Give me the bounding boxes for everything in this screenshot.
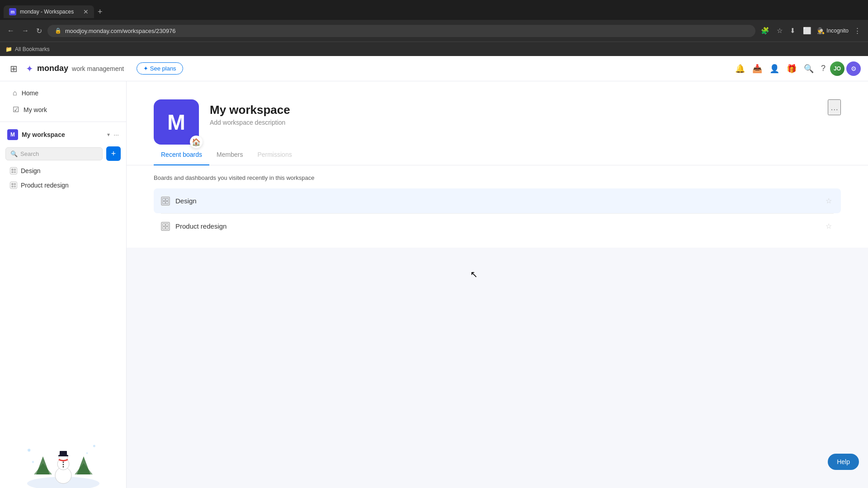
download-icon[interactable]: ⬇	[788, 25, 797, 37]
bookmarks-bar: 📁 All Bookmarks	[0, 42, 868, 56]
nav-action-icons: 🧩 ☆ ⬇ ⬜ 🕵 Incognito ⋮	[759, 25, 863, 37]
sidebar-board-product-redesign[interactable]: Product redesign	[3, 178, 123, 192]
back-button[interactable]: ←	[5, 25, 16, 37]
board-grid-icon-2	[162, 223, 169, 230]
sidebar-item-my-work[interactable]: ☑ My work	[4, 102, 123, 117]
sidebar-search-icon: 🔍	[10, 150, 18, 157]
add-board-button[interactable]: +	[106, 146, 121, 161]
incognito-icon: 🕵	[817, 27, 825, 34]
browser-menu-icon[interactable]: ⋮	[852, 25, 863, 37]
browser-chrome: m monday - Workspaces ✕ + ← → ↻ 🔒 moodjo…	[0, 0, 868, 56]
design-star-button[interactable]: ☆	[824, 195, 834, 207]
svg-rect-13	[60, 451, 67, 455]
sidebar: ⌂ Home ☑ My work M My workspace ▾ ··· 🔍 …	[0, 81, 127, 488]
svg-rect-21	[163, 202, 165, 204]
board-design-label: Design	[21, 167, 41, 174]
sidebar-decoration: ❄ ❄ ❄ ❄	[0, 434, 126, 488]
search-button[interactable]: 🔍	[801, 61, 816, 76]
browser-tab-active[interactable]: m monday - Workspaces ✕	[4, 5, 94, 18]
workspace-info: My workspace Add workspace description	[210, 99, 817, 126]
address-bar[interactable]: 🔒 moodjoy.monday.com/workspaces/230976	[47, 25, 755, 37]
tab-members[interactable]: Members	[209, 145, 250, 165]
svg-point-10	[62, 462, 64, 463]
settings-button[interactable]: ⚙	[846, 61, 861, 76]
forward-button[interactable]: →	[20, 25, 31, 37]
svg-rect-20	[166, 198, 168, 201]
my-work-label: My work	[24, 106, 47, 113]
workspace-hero: M 🏠 My workspace Add workspace descripti…	[127, 81, 868, 145]
svg-rect-14	[58, 455, 68, 456]
workspace-home-icon: 🏠	[190, 136, 203, 148]
profile-icon[interactable]: ⬜	[801, 25, 813, 37]
inbox-button[interactable]: 📥	[750, 61, 765, 76]
logo-area: ✦ monday work management	[26, 63, 124, 74]
board-grid-icon	[162, 198, 169, 204]
design-board-name: Design	[175, 197, 818, 205]
product-redesign-board-icon	[161, 222, 170, 231]
product-redesign-board-name: Product redesign	[175, 222, 818, 230]
integrations-button[interactable]: 🎁	[784, 61, 799, 76]
my-work-icon: ☑	[13, 105, 19, 114]
svg-rect-26	[166, 227, 168, 229]
board-row-design[interactable]: Design ☆	[154, 188, 841, 213]
svg-text:❄: ❄	[27, 448, 31, 453]
sidebar-board-design[interactable]: Design	[3, 164, 123, 178]
see-plans-button[interactable]: ✦ See plans	[137, 62, 183, 75]
logo-icon: ✦	[26, 63, 33, 74]
tab-title: monday - Workspaces	[20, 9, 80, 15]
sidebar-search-row: 🔍 Search +	[0, 144, 126, 164]
home-icon: ⌂	[13, 89, 17, 97]
svg-rect-22	[166, 202, 168, 204]
home-label: Home	[22, 89, 38, 97]
sidebar-search-placeholder: Search	[20, 150, 39, 157]
sidebar-search-field[interactable]: 🔍 Search	[5, 147, 103, 160]
svg-rect-25	[163, 227, 165, 229]
help-button[interactable]: ?	[818, 61, 828, 76]
tab-favicon: m	[9, 8, 16, 15]
board-product-redesign-label: Product redesign	[21, 182, 69, 189]
svg-point-11	[62, 464, 64, 465]
svg-text:❄: ❄	[86, 452, 88, 455]
workspace-avatar: M	[7, 129, 18, 140]
app-body: ⌂ Home ☑ My work M My workspace ▾ ··· 🔍 …	[0, 81, 868, 488]
new-tab-button[interactable]: +	[94, 7, 106, 17]
user-avatar[interactable]: JO	[830, 61, 844, 76]
svg-marker-2	[34, 463, 52, 474]
workspace-name-label: My workspace	[22, 131, 104, 138]
tab-permissions: Permissions	[250, 145, 299, 165]
workspace-chevron-icon[interactable]: ▾	[107, 131, 110, 138]
logo-wm: work management	[72, 65, 124, 72]
invite-members-button[interactable]: 👤	[767, 61, 782, 76]
svg-text:❄: ❄	[93, 444, 96, 448]
bookmarks-label[interactable]: All Bookmarks	[15, 46, 50, 52]
product-redesign-star-button[interactable]: ☆	[824, 220, 834, 232]
browser-tabs-bar: m monday - Workspaces ✕ +	[0, 0, 868, 20]
workspace-more-button[interactable]: ...	[828, 99, 841, 115]
workspace-more-icon[interactable]: ···	[113, 131, 119, 138]
logo-monday: monday	[37, 64, 68, 73]
workspace-hero-inner: M 🏠 My workspace Add workspace descripti…	[154, 99, 841, 145]
board-row-product-redesign[interactable]: Product redesign ☆	[154, 214, 841, 239]
design-board-icon	[161, 197, 170, 206]
refresh-button[interactable]: ↻	[34, 25, 44, 37]
snowman-svg: ❄ ❄ ❄ ❄	[23, 438, 104, 488]
app-header: ⊞ ✦ monday work management ✦ See plans 🔔…	[0, 56, 868, 81]
app-container: ⊞ ✦ monday work management ✦ See plans 🔔…	[0, 56, 868, 488]
workspace-description[interactable]: Add workspace description	[210, 119, 817, 126]
sidebar-item-home[interactable]: ⌂ Home	[4, 85, 123, 101]
workspace-header: M My workspace ▾ ···	[0, 126, 126, 144]
header-icons: 🔔 📥 👤 🎁 🔍 ? JO ⚙	[732, 61, 861, 76]
extensions-icon[interactable]: 🧩	[759, 25, 771, 37]
board-table-icon	[10, 167, 17, 174]
notifications-button[interactable]: 🔔	[732, 61, 748, 76]
apps-grid-button[interactable]: ⊞	[7, 61, 20, 77]
tab-recent-boards[interactable]: Recent boards	[154, 145, 209, 165]
help-floating-button[interactable]: Help	[828, 454, 859, 470]
tab-close-button[interactable]: ✕	[83, 8, 89, 15]
svg-marker-4	[75, 463, 93, 474]
bookmarks-folder-icon: 📁	[5, 46, 12, 52]
sidebar-divider	[0, 122, 126, 122]
bookmark-star-icon[interactable]: ☆	[775, 25, 784, 37]
tabs-bar: Recent boards Members Permissions	[127, 145, 868, 165]
board-table-icon-2	[10, 182, 17, 189]
